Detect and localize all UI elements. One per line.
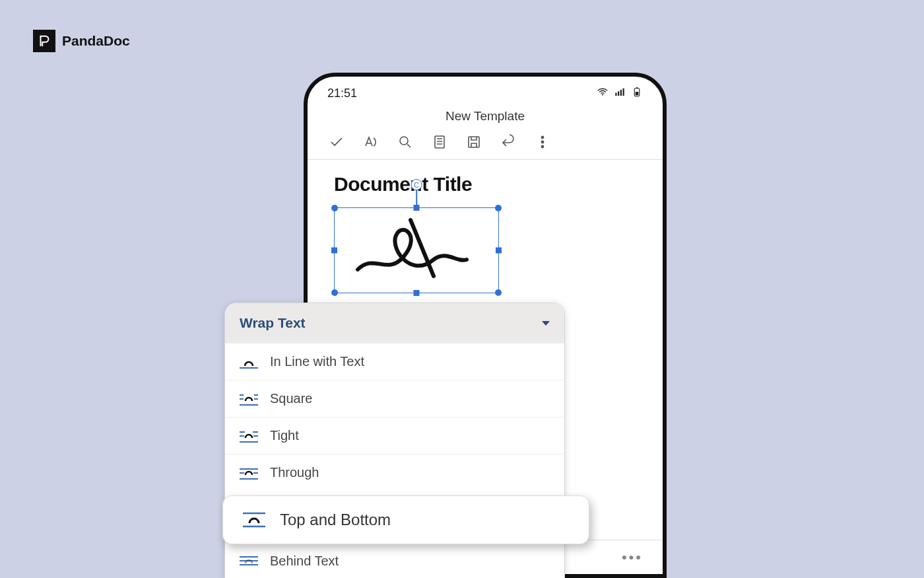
svg-rect-3	[620, 90, 622, 96]
wrap-through-icon	[240, 466, 258, 480]
confirm-button[interactable]	[329, 134, 345, 150]
resize-handle-bm[interactable]	[414, 290, 420, 296]
status-time: 21:51	[327, 87, 357, 100]
toolbar	[308, 130, 663, 160]
more-dots-label: •••	[622, 549, 643, 566]
wrap-option-label: Through	[270, 465, 319, 480]
wrap-option-label: Square	[270, 391, 313, 406]
font-style-button[interactable]	[363, 134, 379, 150]
svg-point-11	[541, 136, 543, 138]
rotate-handle[interactable]: C	[411, 179, 422, 190]
resize-handle-ml[interactable]	[331, 248, 337, 254]
svg-point-0	[602, 94, 603, 95]
wrap-option-top-bottom-highlighted[interactable]: Top and Bottom	[222, 495, 589, 544]
wrap-square-icon	[240, 392, 258, 406]
signal-icon	[614, 86, 626, 101]
resize-handle-tr[interactable]	[495, 205, 502, 211]
wrap-option-label: Top and Bottom	[280, 511, 391, 529]
wrap-option-through[interactable]: Through	[225, 454, 564, 491]
wrap-option-label: Tight	[270, 428, 299, 443]
wrap-option-behind[interactable]: Behind Text	[225, 542, 564, 578]
wrap-inline-icon	[240, 355, 258, 369]
wrap-behind-icon	[240, 554, 258, 569]
more-options-button[interactable]	[535, 134, 550, 150]
svg-rect-2	[618, 91, 619, 96]
document-canvas[interactable]: Document Title C	[308, 160, 663, 307]
wrap-option-inline[interactable]: In Line with Text	[225, 343, 564, 380]
status-bar: 21:51	[308, 77, 663, 105]
svg-rect-10	[469, 137, 479, 147]
brand-mark-icon	[33, 30, 55, 52]
wrap-option-label: In Line with Text	[270, 354, 364, 369]
resize-handle-br[interactable]	[495, 289, 502, 296]
chevron-down-icon	[542, 321, 550, 326]
wifi-icon	[597, 86, 609, 101]
wrap-text-menu-title: Wrap Text	[240, 315, 306, 331]
svg-point-13	[541, 145, 543, 147]
svg-rect-7	[636, 87, 638, 89]
brand-logo: PandaDoc	[33, 30, 130, 52]
resize-handle-tl[interactable]	[331, 205, 338, 211]
svg-rect-1	[615, 93, 616, 96]
resize-handle-mr[interactable]	[496, 248, 502, 254]
wrap-tight-icon	[240, 429, 258, 443]
object-selection-box[interactable]: C	[334, 207, 499, 293]
page-title: New Template	[308, 105, 663, 130]
svg-rect-9	[435, 136, 444, 148]
search-button[interactable]	[397, 134, 413, 150]
save-button[interactable]	[466, 134, 482, 150]
svg-point-12	[541, 141, 543, 143]
rotate-stem	[416, 188, 417, 205]
svg-rect-4	[623, 89, 624, 96]
wrap-option-label: Behind Text	[270, 554, 339, 569]
wrap-text-menu-header[interactable]: Wrap Text	[225, 303, 564, 343]
reading-mode-button[interactable]	[432, 134, 447, 150]
signature-icon	[348, 213, 480, 286]
battery-icon	[631, 86, 643, 101]
undo-button[interactable]	[500, 134, 516, 150]
brand-name: PandaDoc	[62, 33, 130, 49]
wrap-top-bottom-icon	[243, 511, 265, 528]
wrap-option-tight[interactable]: Tight	[225, 417, 564, 454]
svg-point-8	[400, 137, 408, 145]
document-title[interactable]: Document Title	[334, 173, 636, 196]
resize-handle-bl[interactable]	[331, 289, 338, 296]
wrap-option-square[interactable]: Square	[225, 380, 564, 417]
svg-rect-6	[636, 92, 639, 95]
resize-handle-tm[interactable]	[414, 205, 420, 211]
